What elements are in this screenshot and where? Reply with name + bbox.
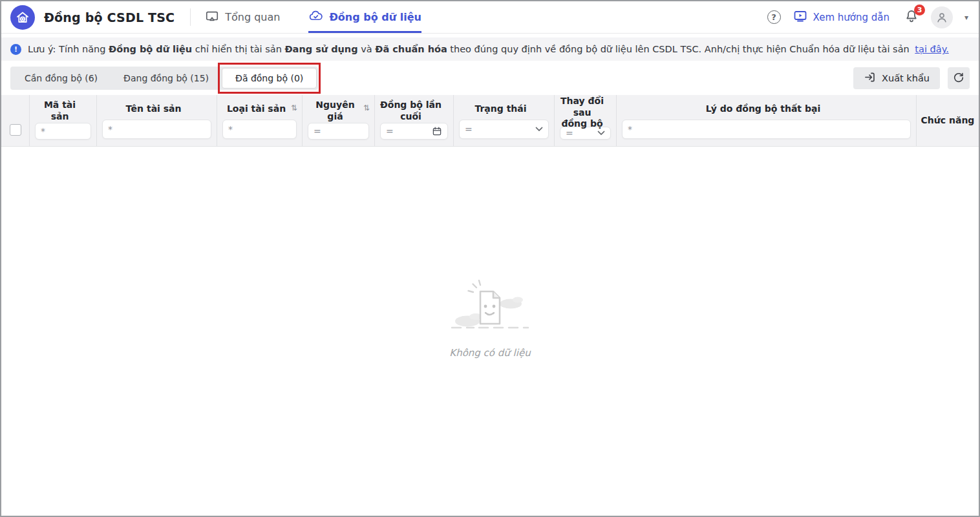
filter-dong-bo-lan-cuoi[interactable]: =: [380, 123, 448, 140]
app-window: Đồng bộ CSDL TSC Tổng quan: [0, 0, 980, 517]
tab-dong-bo-du-lieu[interactable]: Đồng bộ dữ liệu: [308, 1, 421, 33]
segment-da-dong-bo[interactable]: Đã đồng bộ (0): [222, 68, 317, 89]
filter-input-loai-tai-san[interactable]: [237, 125, 291, 134]
sort-icon[interactable]: ⇅: [291, 103, 297, 112]
chevron-down-icon[interactable]: ▾: [964, 13, 968, 22]
column-header-label: Thay đổi sau đồng bộ: [560, 96, 604, 130]
empty-state: Không có dữ liệu: [448, 273, 532, 359]
column-ten-tai-san: Tên tài sản *: [97, 95, 217, 146]
filter-input-ly-do[interactable]: [636, 125, 905, 134]
table-header-row: Mã tài sản * Tên tài sản * Loại tài sản …: [1, 95, 979, 147]
column-header-label: Lý do đồng bộ thất bại: [706, 103, 820, 115]
filter-ly-do-that-bai[interactable]: *: [622, 120, 911, 139]
filter-input-trang-thai[interactable]: [476, 125, 535, 134]
column-thay-doi-sau-dong-bo: Thay đổi sau đồng bộ =: [555, 95, 617, 146]
header-actions: ? Xem hướng dẫn 3: [767, 1, 968, 33]
column-header-label: Chức năng: [921, 115, 975, 127]
column-header-label: Tên tài sản: [126, 103, 182, 115]
app-logo[interactable]: [10, 1, 35, 33]
filter-ma-tai-san[interactable]: *: [35, 123, 91, 140]
refresh-button[interactable]: [948, 67, 970, 89]
notifications-button[interactable]: 3: [904, 8, 919, 26]
video-tutorial-icon: [793, 8, 808, 26]
filter-input-nguyen-gia[interactable]: [325, 127, 363, 136]
filter-input-ma-tai-san[interactable]: [49, 127, 85, 136]
export-button[interactable]: Xuất khẩu: [853, 67, 940, 89]
header-nav-tabs: Tổng quan Đồng bộ dữ liệu: [205, 1, 421, 33]
column-select-all: [1, 95, 30, 146]
cloud-sync-icon: [308, 8, 323, 26]
app-logo-icon: [10, 5, 35, 30]
info-icon: !: [10, 44, 21, 55]
column-trang-thai: Trạng thái =: [454, 95, 555, 146]
column-header-label: Mã tài sản: [35, 100, 85, 122]
bell-icon: [904, 14, 919, 26]
guide-link-label: Xem hướng dẫn: [813, 12, 889, 23]
select-all-checkbox[interactable]: [10, 124, 21, 136]
filter-loai-tai-san[interactable]: *: [222, 120, 297, 139]
filter-nguyen-gia[interactable]: =: [308, 123, 369, 140]
column-ly-do-that-bai: Lý do đồng bộ thất bại *: [617, 95, 917, 146]
filter-operator[interactable]: *: [228, 124, 233, 134]
column-nguyen-gia: Nguyên giá ⇅ =: [303, 95, 375, 146]
overview-screen-icon: [205, 9, 219, 26]
filter-input-thay-doi[interactable]: [577, 128, 597, 138]
filter-operator[interactable]: =: [314, 126, 321, 136]
column-dong-bo-lan-cuoi: Đồng bộ lần cuối =: [375, 95, 454, 146]
filter-operator[interactable]: *: [108, 124, 112, 134]
chevron-down-icon[interactable]: [597, 131, 605, 136]
sort-icon[interactable]: ⇅: [363, 103, 370, 112]
column-loai-tai-san: Loại tài sản ⇅ *: [217, 95, 303, 146]
standardize-link[interactable]: tại đây.: [915, 44, 948, 54]
filter-operator[interactable]: *: [41, 126, 45, 136]
help-icon[interactable]: ?: [767, 10, 781, 24]
filter-input-dong-bo-lan-cuoi[interactable]: [398, 127, 432, 136]
column-header-label: Đồng bộ lần cuối: [380, 100, 442, 122]
filter-operator[interactable]: =: [386, 126, 394, 136]
header-divider: [190, 8, 191, 26]
column-header-label: Loại tài sản: [227, 103, 286, 115]
tab-label: Đồng bộ dữ liệu: [329, 11, 421, 23]
sync-status-segmented-control: Cần đồng bộ (6) Đang đồng bộ (15) Đã đồn…: [10, 67, 318, 90]
export-icon: [864, 71, 876, 85]
empty-state-illustration: [448, 273, 532, 341]
column-ma-tai-san: Mã tài sản *: [30, 95, 97, 146]
toolbar: Cần đồng bộ (6) Đang đồng bộ (15) Đã đồn…: [1, 67, 979, 90]
column-header-label: Trạng thái: [474, 103, 526, 115]
avatar[interactable]: [931, 6, 953, 28]
table-body: Không có dữ liệu: [1, 147, 979, 516]
toolbar-right: Xuất khẩu: [853, 67, 970, 89]
filter-ten-tai-san[interactable]: *: [102, 120, 211, 139]
page-title: Đồng bộ CSDL TSC: [44, 1, 175, 33]
column-chuc-nang: Chức năng: [917, 95, 979, 146]
notice-bar: ! Lưu ý: Tính năng Đồng bộ dữ liệu chỉ h…: [1, 37, 979, 61]
empty-state-message: Không có dữ liệu: [449, 347, 530, 359]
filter-input-ten-tai-san[interactable]: [116, 125, 206, 134]
filter-operator[interactable]: =: [465, 124, 473, 134]
notification-badge: 3: [914, 5, 925, 16]
segment-can-dong-bo[interactable]: Cần đồng bộ (6): [12, 68, 111, 89]
guide-link[interactable]: Xem hướng dẫn: [793, 8, 889, 26]
export-button-label: Xuất khẩu: [882, 73, 930, 83]
app-header: Đồng bộ CSDL TSC Tổng quan: [1, 1, 979, 34]
segment-dang-dong-bo[interactable]: Đang đồng bộ (15): [111, 68, 222, 89]
chevron-down-icon[interactable]: [535, 127, 543, 132]
tab-tong-quan[interactable]: Tổng quan: [205, 1, 280, 33]
filter-operator[interactable]: *: [628, 124, 632, 134]
filter-trang-thai[interactable]: =: [459, 120, 549, 139]
refresh-icon: [953, 72, 964, 85]
calendar-icon[interactable]: [432, 126, 442, 136]
column-header-label: Nguyên giá: [308, 100, 363, 122]
segment-annotation-wrap: Đã đồng bộ (0): [222, 68, 317, 89]
notice-text: Lưu ý: Tính năng Đồng bộ dữ liệu chỉ hiể…: [28, 44, 949, 54]
tab-label: Tổng quan: [225, 11, 280, 23]
